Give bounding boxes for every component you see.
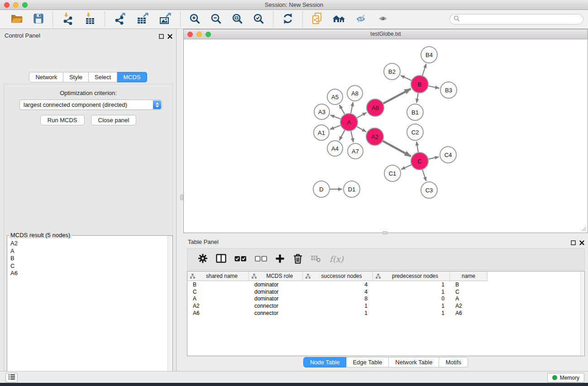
table-row[interactable]: Bdominator41B [187,281,584,288]
node-A[interactable]: A [340,114,358,131]
task-history-button[interactable] [5,373,18,382]
tab-select[interactable]: Select [89,72,117,82]
edge-C-C2[interactable] [416,142,418,152]
result-item[interactable]: A [8,248,167,255]
select-all-button[interactable] [234,255,247,263]
node-A2[interactable]: A2 [366,128,383,145]
import-table-button[interactable] [82,12,98,27]
table-row[interactable]: Cdominator41C [187,288,584,295]
column-header[interactable]: predecessor nodes [373,272,450,281]
result-item[interactable]: A6 [8,270,167,277]
edge-C-C1[interactable] [401,165,411,169]
tab-style[interactable]: Style [63,72,89,82]
node-A1[interactable]: A1 [314,125,329,140]
node-A5[interactable]: A5 [327,89,343,105]
node-B2[interactable]: B2 [384,63,400,80]
search-field[interactable] [449,14,583,24]
tab-edge-table[interactable]: Edge Table [346,357,389,367]
float-table-panel-icon[interactable] [571,239,576,247]
close-panel-button[interactable]: Close panel [91,115,137,125]
run-mcds-button[interactable]: Run MCDS [40,115,85,125]
node-C3[interactable]: C3 [421,182,437,198]
zoom-in-button[interactable] [187,12,202,27]
function-builder-icon[interactable]: f(x) [330,254,344,264]
node-C1[interactable]: C1 [384,165,401,181]
close-network-button[interactable] [187,32,193,37]
vertical-split-handle[interactable] [180,195,183,200]
edge-B-B1[interactable] [416,93,418,103]
node-C[interactable]: C [411,152,428,170]
node-B3[interactable]: B3 [440,82,457,98]
node-D[interactable]: D [313,181,330,197]
zoom-network-button[interactable] [206,32,211,37]
tab-motifs[interactable]: Motifs [439,357,468,367]
node-A8[interactable]: A8 [347,86,363,101]
edge-B-B4[interactable] [422,64,426,76]
table-row[interactable]: Adominator80A [187,295,584,303]
zoom-out-button[interactable] [209,12,224,27]
result-item[interactable]: A2 [8,240,167,248]
column-header[interactable]: successor nodes [303,272,373,281]
network-window-titlebar[interactable]: testGlobe.txt [184,29,588,39]
network-canvas[interactable]: B4B2BB3B1A5A8A6A3AA1C2A2A4A7CC4C1C3DD1 [184,39,588,233]
edge-A-A1[interactable] [330,125,341,129]
edge-A6-B[interactable] [383,89,411,103]
edge-A-A2[interactable] [357,127,366,132]
table-row[interactable]: A2connector11A2 [187,302,584,310]
export-table-button[interactable] [134,12,151,27]
edge-B-B2[interactable] [401,76,411,81]
node-B4[interactable]: B4 [421,47,437,63]
zoom-selected-button[interactable] [251,12,266,27]
tab-mcds[interactable]: MCDS [117,72,147,82]
refresh-button[interactable] [280,12,296,27]
node-D1[interactable]: D1 [344,181,360,197]
memory-button[interactable]: Memory [547,373,584,382]
result-item[interactable]: B [8,255,167,262]
node-B1[interactable]: B1 [407,104,423,120]
resize-grip-icon[interactable] [580,225,587,232]
node-A4[interactable]: A4 [327,141,343,156]
open-file-button[interactable] [9,12,25,26]
horizontal-split-handle[interactable] [382,231,387,234]
deselect-all-button[interactable] [255,255,267,263]
criterion-dropdown[interactable]: largest connected component (directed) [19,100,162,110]
edge-A-A8[interactable] [351,102,353,114]
node-A3[interactable]: A3 [314,104,330,119]
node-B[interactable]: B [411,76,428,93]
minimize-network-button[interactable] [196,32,202,37]
network-graph[interactable]: B4B2BB3B1A5A8A6A3AA1C2A2A4A7CC4C1C3DD1 [184,39,588,233]
node-C4[interactable]: C4 [440,147,456,163]
overview-button[interactable] [330,12,348,26]
zoom-fit-button[interactable] [230,12,245,27]
edge-A2-C[interactable] [383,141,411,157]
show-details-button[interactable] [376,12,391,26]
delete-table-button[interactable] [311,254,321,264]
table-row[interactable]: A6connector11A6 [187,310,584,317]
delete-column-button[interactable] [293,253,303,265]
close-panel-icon[interactable] [167,33,172,41]
close-window-button[interactable] [4,2,10,8]
edge-A-A3[interactable] [330,115,341,119]
float-panel-icon[interactable] [159,33,164,41]
fullscreen-window-button[interactable] [22,2,28,8]
table-scrollbar[interactable] [580,272,584,356]
hide-details-button[interactable] [354,12,369,26]
edge-A-A5[interactable] [339,105,345,114]
edge-B-B3[interactable] [429,86,440,88]
result-scrollbar[interactable] [167,236,172,386]
node-C2[interactable]: C2 [407,124,423,140]
column-header[interactable]: MCDS role [249,272,303,281]
export-network-button[interactable] [112,12,128,27]
column-button[interactable] [216,254,226,264]
node-A7[interactable]: A7 [348,143,363,159]
column-header[interactable]: shared name [187,272,249,281]
edge-A-A6[interactable] [357,113,367,118]
edge-C-C3[interactable] [422,170,426,181]
edge-A-A7[interactable] [351,131,353,143]
close-table-panel-icon[interactable] [579,239,584,247]
node-A6[interactable]: A6 [367,99,384,116]
import-network-button[interactable] [60,12,76,27]
tab-network[interactable]: Network [29,72,63,82]
settings-gear-button[interactable] [198,253,208,265]
save-session-button[interactable] [31,12,46,26]
